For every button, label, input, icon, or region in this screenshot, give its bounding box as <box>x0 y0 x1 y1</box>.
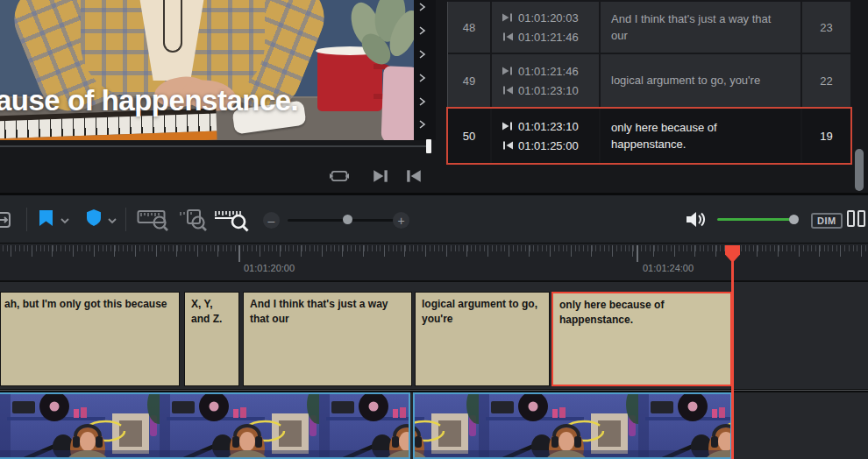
chevron-right-icon <box>417 120 426 129</box>
app-window: ause of happenstance. <box>0 0 868 459</box>
subtitle-list-panel: 48 01:01:20:03 01:01:21:46 And I think t… <box>436 0 868 193</box>
row-timecodes: 01:01:21:46 01:01:23:10 <box>492 54 601 107</box>
video-track <box>0 392 868 459</box>
video-clip-2[interactable] <box>414 393 731 458</box>
row-caption-text: only here because of happenstance. <box>601 109 802 163</box>
toolbar-separator <box>26 208 27 231</box>
timeline-toolbar: – + DIM <box>0 195 868 244</box>
row-timecodes: 01:01:23:10 01:01:25:00 <box>492 109 601 163</box>
playhead-line[interactable] <box>731 260 734 459</box>
zoom-out-button[interactable]: – <box>263 212 280 229</box>
play-to-next-button[interactable] <box>371 167 390 185</box>
viewer-scrub-bar[interactable] <box>0 145 431 147</box>
chevron-right-icon <box>417 50 426 59</box>
chevron-right-icon <box>417 3 426 11</box>
zoom-in-button[interactable]: + <box>393 212 409 229</box>
chevron-right-icon <box>417 97 426 106</box>
clip-out-icon <box>502 32 513 42</box>
in-timecode: 01:01:23:10 <box>518 120 579 133</box>
volume-slider-thumb[interactable] <box>789 215 799 224</box>
ruler-timecode-label: 01:01:20:00 <box>244 263 295 273</box>
video-clips-graphic[interactable] <box>0 392 868 459</box>
video-clip-1[interactable] <box>0 393 409 458</box>
person-necklace <box>163 0 182 53</box>
out-timecode: 01:01:21:46 <box>518 31 579 44</box>
row-index: 49 <box>448 54 492 107</box>
custom-zoom-button-active[interactable] <box>214 208 249 232</box>
subtitle-track: ah, but I'm only got this because X, Y, … <box>0 282 868 389</box>
clip-out-icon <box>502 140 513 151</box>
row-timecodes: 01:01:20:03 01:01:21:46 <box>492 2 601 53</box>
toolbar-separator <box>125 208 126 231</box>
viewer-panel: ause of happenstance. <box>0 0 436 193</box>
viewer-scrub-handle[interactable] <box>426 139 431 153</box>
detail-zoom-button[interactable] <box>179 208 209 232</box>
clip-in-icon <box>502 66 513 76</box>
full-extent-zoom-button[interactable] <box>137 208 170 232</box>
volume-slider-track[interactable] <box>717 218 793 221</box>
marker-dropdown-chevron[interactable] <box>107 217 117 224</box>
ruler-timecode-label: 01:01:24:00 <box>643 263 694 273</box>
out-timecode: 01:01:25:00 <box>518 139 579 152</box>
zoom-slider-thumb[interactable] <box>343 215 352 224</box>
flag-marker-button[interactable] <box>39 210 53 226</box>
row-char-count: 19 <box>802 109 850 163</box>
link-lock-icon[interactable] <box>0 210 13 230</box>
subtitle-row-49[interactable]: 49 01:01:21:46 01:01:23:10 logical argum… <box>448 54 850 107</box>
flag-dropdown-chevron[interactable] <box>60 217 70 224</box>
video-preview[interactable]: ause of happenstance. <box>0 0 414 140</box>
subtitle-clip[interactable]: ah, but I'm only got this because <box>0 292 180 386</box>
row-char-count: 23 <box>802 2 850 53</box>
row-caption-text: And I think that's just a way that our <box>601 2 802 53</box>
clip-in-icon <box>502 12 513 23</box>
in-timecode: 01:01:20:03 <box>518 11 579 25</box>
chevron-right-icon <box>417 74 426 82</box>
dual-pane-toggle[interactable] <box>847 210 865 227</box>
row-index: 50 <box>448 109 492 163</box>
major-tick <box>238 245 240 262</box>
subtitle-clip[interactable]: X, Y, and Z. <box>184 292 239 386</box>
subtitle-clip-selected[interactable]: only here because of happenstance. <box>551 292 732 386</box>
row-char-count: 22 <box>802 54 850 107</box>
row-index: 48 <box>448 2 492 53</box>
subtitle-clip[interactable]: logical argument to go, you're <box>415 292 550 386</box>
subtitle-row-50-selected[interactable]: 50 01:01:23:10 01:01:25:00 only here bec… <box>448 109 850 163</box>
loop-playback-button[interactable] <box>330 167 349 185</box>
subtitle-row-48[interactable]: 48 01:01:20:03 01:01:21:46 And I think t… <box>448 2 850 53</box>
row-caption-text: logical argument to go, you're <box>601 54 802 107</box>
panel-expander-strip[interactable] <box>414 0 436 140</box>
speaker-icon[interactable] <box>686 211 707 228</box>
list-scrollbar-thumb[interactable] <box>855 149 864 191</box>
chevron-right-icon <box>417 26 426 35</box>
in-timecode: 01:01:21:46 <box>518 65 579 78</box>
play-to-previous-button[interactable] <box>404 167 423 185</box>
clip-marker-button[interactable] <box>87 209 101 226</box>
major-tick <box>637 245 638 262</box>
clip-out-icon <box>502 85 513 95</box>
dim-button[interactable]: DIM <box>811 213 843 229</box>
out-timecode: 01:01:23:10 <box>518 84 579 97</box>
top-section: ause of happenstance. <box>0 0 868 193</box>
subtitle-clip[interactable]: And I think that's just a way that our <box>243 292 412 386</box>
burned-in-caption: ause of happenstance. <box>0 84 414 117</box>
clip-in-icon <box>502 121 513 131</box>
